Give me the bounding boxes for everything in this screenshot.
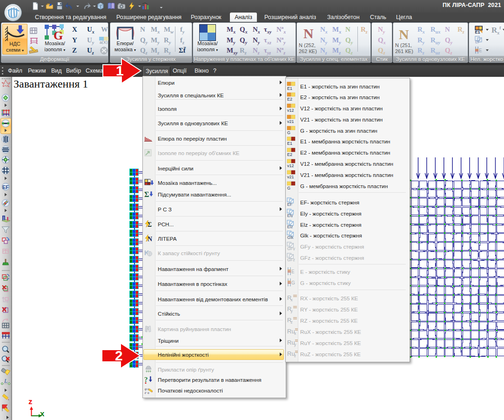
svg-text:v21: v21	[287, 175, 294, 179]
svg-text:GFy: GFy	[287, 246, 295, 251]
svg-text:z: z	[294, 353, 296, 358]
svg-text:e: e	[145, 391, 147, 394]
svg-text:y: y	[291, 309, 293, 313]
svg-text:Σ: Σ	[144, 190, 149, 198]
svg-text:E1: E1	[287, 86, 292, 91]
svg-text:G: G	[287, 186, 290, 190]
svg-text:z: z	[291, 320, 293, 325]
svg-text:1: 1	[116, 63, 124, 78]
svg-text:E2: E2	[287, 152, 292, 157]
svg-text:L: L	[4, 377, 7, 384]
svg-text:Ely: Ely	[287, 213, 293, 218]
svg-text:x: x	[40, 409, 45, 418]
svg-text:z: z	[28, 397, 33, 406]
svg-text:G: G	[287, 130, 290, 135]
svg-text:v12: v12	[287, 108, 294, 113]
svg-text:N: N	[148, 236, 152, 242]
svg-text:y: y	[294, 342, 296, 347]
svg-text:x: x	[291, 298, 293, 302]
svg-text:EF: EF	[287, 202, 293, 207]
svg-text:v21: v21	[287, 119, 294, 124]
svg-text:2: 2	[115, 348, 123, 363]
svg-text:Elz: Elz	[287, 224, 293, 229]
svg-text:Σ: Σ	[148, 221, 152, 228]
svg-text:E2: E2	[287, 97, 292, 102]
svg-text:E1: E1	[287, 141, 292, 146]
svg-text:GFz: GFz	[287, 257, 295, 262]
svg-text:Glk: Glk	[287, 235, 294, 240]
svg-text:E: E	[291, 269, 295, 274]
svg-text:0: 0	[148, 391, 149, 394]
svg-text:x: x	[294, 331, 296, 336]
svg-text:EF: EF	[2, 184, 9, 190]
svg-text:v12: v12	[287, 163, 294, 168]
svg-text:G: G	[291, 280, 295, 285]
svg-text:?: ?	[144, 376, 148, 383]
